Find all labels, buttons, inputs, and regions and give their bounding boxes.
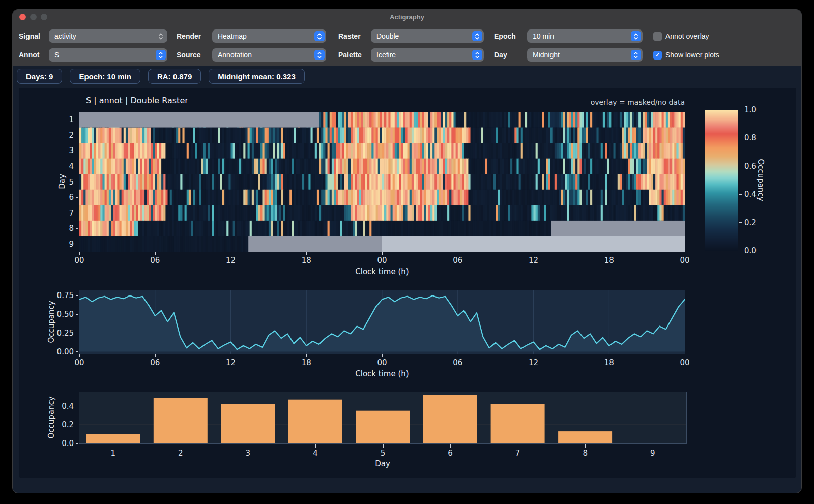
axis-tick [383, 444, 384, 448]
bar-xtick-label: 2 [170, 449, 191, 458]
axis-tick [76, 182, 78, 182]
titlebar[interactable]: Actigraphy [13, 10, 801, 25]
palette-value: Icefire [376, 51, 396, 59]
axis-tick [76, 213, 78, 213]
heatmap-note: overlay = masked/no data [481, 98, 685, 107]
heatmap-xlabel: Clock time (h) [331, 267, 433, 276]
heatmap-xtick-label: 06 [443, 256, 473, 265]
occupancy-line-plot [79, 290, 685, 354]
heatmap-ytick-label: 7 [53, 209, 74, 218]
line-xtick-label: 18 [594, 358, 624, 367]
axis-tick [450, 444, 451, 448]
heatmap-xtick-label: 18 [594, 256, 624, 265]
axis-tick [739, 110, 742, 110]
axis-tick [534, 252, 534, 255]
line-xtick-label: 06 [443, 358, 473, 367]
line-xtick-label: 12 [216, 358, 246, 367]
day-select[interactable]: Midnight [527, 48, 643, 62]
axis-tick [76, 197, 78, 198]
axis-tick [76, 228, 78, 229]
axis-tick [306, 354, 307, 357]
axis-tick [76, 135, 78, 135]
axis-tick [76, 443, 78, 444]
axis-tick [79, 354, 80, 357]
axis-tick [739, 251, 742, 251]
checkbox-icon: ✓ [653, 51, 662, 60]
line-ytick-label: 0.50 [49, 310, 74, 319]
axis-tick [155, 252, 156, 255]
axis-tick [76, 351, 78, 352]
window-title: Actigraphy [13, 10, 801, 25]
line-chart-svg [79, 290, 685, 354]
line-xtick-label: 00 [367, 358, 397, 367]
line-xtick-label: 00 [64, 358, 95, 367]
heatmap-xtick-label: 00 [670, 256, 700, 265]
line-xtick-label: 06 [140, 358, 170, 367]
signal-select[interactable]: activity [49, 29, 167, 43]
axis-tick [382, 354, 383, 357]
day-value: Midnight [533, 51, 560, 59]
heatmap-ytick-label: 5 [53, 177, 74, 187]
bar-xtick-label: 3 [238, 449, 258, 458]
heatmap-xtick-label: 12 [216, 256, 246, 265]
app-window: Actigraphy Signal activity Render Heatma… [12, 9, 802, 493]
axis-tick [248, 444, 248, 448]
axis-tick [231, 354, 231, 357]
palette-select[interactable]: Icefire [371, 48, 484, 62]
axis-tick [382, 252, 383, 255]
axis-tick [518, 444, 518, 448]
bar-xtick-label: 1 [103, 449, 123, 458]
colorbar-tick-label: 0.0 [744, 246, 767, 255]
epoch-badge: Epoch: 10 min [70, 69, 140, 84]
heatmap-ytick-label: 1 [53, 115, 74, 124]
heatmap-ytick-label: 3 [53, 146, 74, 155]
axis-tick [585, 444, 586, 448]
heatmap-title: S | annot | Double Raster [86, 96, 188, 105]
epoch-label: Epoch [494, 29, 516, 43]
axis-tick [609, 252, 609, 255]
bar-ytick-label: 0.4 [49, 402, 74, 411]
axis-tick [76, 120, 78, 120]
line-ytick-label: 0.25 [49, 329, 74, 338]
source-label: Source [177, 48, 200, 62]
axis-tick [76, 151, 78, 151]
show-lower-plots-checkbox[interactable]: ✓ Show lower plots [653, 48, 719, 62]
heatmap-ytick-label: 4 [53, 162, 74, 171]
axis-tick [231, 252, 231, 255]
source-select[interactable]: Annotation [212, 48, 326, 62]
epoch-select[interactable]: 10 min [527, 29, 643, 43]
axis-tick [76, 406, 78, 406]
heatmap-ytick-label: 8 [53, 224, 74, 233]
line-xlabel: Clock time (h) [331, 369, 433, 378]
axis-tick [534, 354, 534, 357]
palette-label: Palette [338, 48, 362, 62]
annot-label: Annot [19, 48, 39, 62]
chevron-up-down-icon [631, 50, 641, 60]
bar-ytick-label: 0.2 [49, 420, 74, 429]
annot-overlay-checkbox[interactable]: Annot overlay [653, 29, 709, 43]
axis-tick [739, 166, 742, 166]
day-label: Day [494, 48, 507, 62]
render-select[interactable]: Heatmap [212, 29, 326, 43]
axis-tick [79, 252, 80, 255]
bar-xtick-label: 5 [373, 449, 393, 458]
annot-overlay-label: Annot overlay [665, 32, 709, 40]
line-xtick-label: 00 [670, 358, 700, 367]
axis-tick [685, 252, 685, 255]
raster-select[interactable]: Double [371, 29, 484, 43]
annot-select[interactable]: S [49, 48, 167, 62]
heatmap-xtick-label: 06 [140, 256, 170, 265]
bar-xtick-label: 6 [440, 449, 460, 458]
colorbar-tick-label: 1.0 [744, 105, 767, 114]
line-xtick-label: 12 [518, 358, 549, 367]
line-ytick-label: 0.00 [49, 347, 74, 357]
render-value: Heatmap [218, 32, 247, 40]
axis-tick [76, 425, 78, 425]
chevron-up-down-icon [314, 50, 325, 60]
render-label: Render [177, 29, 201, 43]
colorbar [705, 110, 738, 251]
heatmap-xtick-label: 00 [367, 256, 397, 265]
heatmap-plot [79, 112, 685, 252]
axis-tick [739, 194, 742, 195]
signal-label: Signal [19, 29, 40, 43]
